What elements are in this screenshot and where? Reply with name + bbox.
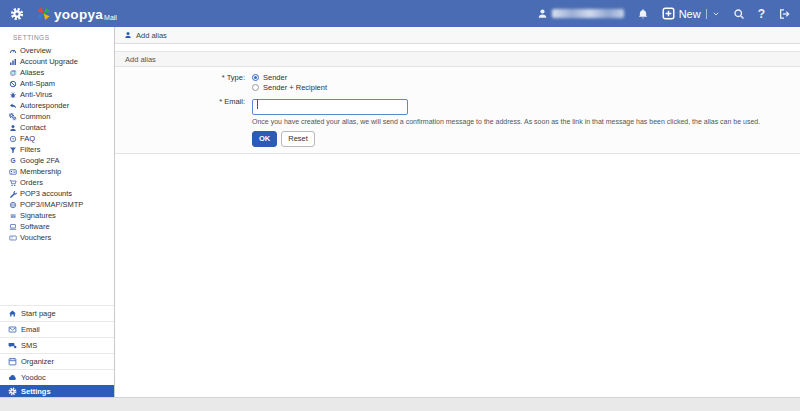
sidebar-item-contact[interactable]: Contact	[0, 122, 114, 133]
user-icon	[537, 8, 548, 19]
sidebar-item-google-2fa[interactable]: Google 2FA	[0, 155, 114, 166]
home-icon	[8, 309, 17, 318]
radio-sender-recipient[interactable]	[252, 84, 259, 91]
sidebar-item-label: Orders	[20, 178, 43, 187]
add-alias-panel: Add alias * Type: SenderSender + Recipie…	[115, 51, 800, 154]
user-icon	[9, 124, 17, 132]
sidebar-item-account-upgrade[interactable]: Account Upgrade	[0, 56, 114, 67]
app-item-settings[interactable]: Settings	[0, 385, 114, 397]
user-email-redacted	[552, 9, 624, 18]
breadcrumb: Add alias	[115, 27, 800, 44]
sidebar-item-membership[interactable]: Membership	[0, 166, 114, 177]
radio-option-sender[interactable]: Sender	[252, 72, 327, 82]
question-icon	[9, 135, 17, 143]
add-alias-form: * Type: SenderSender + Recipient * Email…	[115, 67, 800, 154]
voucher-icon	[9, 234, 17, 242]
sidebar-item-label: Aliases	[20, 68, 44, 77]
calendar-icon	[8, 357, 17, 366]
sidebar-item-pop3-imap-smtp[interactable]: POP3/IMAP/SMTP	[0, 199, 114, 210]
google-icon	[9, 157, 17, 165]
sidebar-item-pop3-accounts[interactable]: POP3 accounts	[0, 188, 114, 199]
sidebar-item-label: Software	[20, 222, 50, 231]
app-item-label: Yoodoc	[21, 373, 46, 382]
bottom-strip	[0, 397, 800, 411]
notifications-bell-icon[interactable]	[637, 8, 649, 20]
email-input[interactable]	[252, 99, 408, 115]
cogs-icon	[9, 113, 17, 121]
sidebar-item-software[interactable]: Software	[0, 221, 114, 232]
cloud-icon	[8, 373, 17, 382]
sidebar-item-label: Signatures	[20, 211, 56, 220]
breadcrumb-label: Add alias	[136, 31, 167, 40]
sidebar-item-label: Vouchers	[20, 233, 51, 242]
gauge-icon	[9, 47, 17, 55]
filter-icon	[9, 146, 17, 154]
apps-nav: Start pageEmailSMSOrganizerYoodocSetting…	[0, 305, 114, 397]
text-caret	[257, 99, 258, 109]
app-item-label: Organizer	[21, 357, 54, 366]
type-options: SenderSender + Recipient	[252, 72, 327, 92]
app-item-label: SMS	[21, 341, 37, 350]
sidebar-item-anti-spam[interactable]: Anti-Spam	[0, 78, 114, 89]
sidebar-item-label: Account Upgrade	[20, 57, 78, 66]
content-area: Add alias Add alias * Type: SenderSender…	[115, 27, 800, 397]
sidebar-item-autoresponder[interactable]: Autoresponder	[0, 100, 114, 111]
sidebar-item-faq[interactable]: FAQ	[0, 133, 114, 144]
sidebar-item-label: Autoresponder	[20, 101, 69, 110]
sidebar-item-orders[interactable]: Orders	[0, 177, 114, 188]
gear-icon	[8, 387, 17, 396]
sidebar-section-title: SETTINGS	[0, 27, 114, 45]
new-button[interactable]: New	[662, 7, 720, 20]
app-logo[interactable]: yoopya Mail	[36, 6, 117, 22]
search-icon[interactable]	[733, 8, 745, 20]
sidebar-item-label: Overview	[20, 46, 51, 55]
account-menu[interactable]	[537, 8, 624, 19]
sidebar-item-common[interactable]: Common	[0, 111, 114, 122]
app-item-start-page[interactable]: Start page	[0, 305, 114, 321]
app-item-organizer[interactable]: Organizer	[0, 353, 114, 369]
logo-text: yoopya	[54, 7, 103, 22]
sidebar-item-label: Membership	[20, 167, 61, 176]
chevron-down-icon[interactable]	[712, 10, 720, 18]
sidebar-item-label: Common	[20, 112, 50, 121]
sidebar-item-label: Anti-Spam	[20, 79, 55, 88]
app-item-sms[interactable]: SMS	[0, 337, 114, 353]
email-label: * Email:	[115, 96, 252, 147]
sidebar-item-aliases[interactable]: Aliases	[0, 67, 114, 78]
wrench-icon	[9, 190, 17, 198]
radio-option-label: Sender + Recipient	[263, 83, 327, 92]
sign-out-icon[interactable]	[778, 8, 790, 20]
help-icon[interactable]: ?	[758, 8, 765, 20]
at-icon	[9, 69, 17, 77]
user-icon	[124, 31, 132, 39]
idcard-icon	[9, 168, 17, 176]
panel-title: Add alias	[115, 51, 800, 67]
radio-option-sender-recipient[interactable]: Sender + Recipient	[252, 82, 327, 92]
reply-icon	[9, 102, 17, 110]
chat-icon	[8, 341, 17, 350]
sidebar-item-anti-virus[interactable]: Anti-Virus	[0, 89, 114, 100]
quote-icon	[9, 212, 17, 220]
sidebar-item-label: Filters	[20, 145, 40, 154]
radio-option-label: Sender	[263, 73, 287, 82]
type-label: * Type:	[115, 72, 252, 92]
envelope-icon	[8, 325, 17, 334]
radio-sender[interactable]	[252, 74, 259, 81]
sidebar-item-signatures[interactable]: Signatures	[0, 210, 114, 221]
logo-suffix: Mail	[104, 14, 117, 21]
bug-icon	[9, 91, 17, 99]
app-item-yoodoc[interactable]: Yoodoc	[0, 369, 114, 385]
top-bar: yoopya Mail New ?	[0, 0, 800, 27]
helper-text: Once you have created your alias, we wil…	[252, 118, 760, 125]
settings-nav: OverviewAccount UpgradeAliasesAnti-SpamA…	[0, 45, 114, 243]
divider	[706, 9, 707, 19]
sidebar-item-filters[interactable]: Filters	[0, 144, 114, 155]
ok-button[interactable]: OK	[252, 131, 277, 147]
sidebar-item-label: FAQ	[20, 134, 35, 143]
sidebar-item-vouchers[interactable]: Vouchers	[0, 232, 114, 243]
app-item-email[interactable]: Email	[0, 321, 114, 337]
app-item-label: Start page	[21, 309, 56, 318]
gear-icon[interactable]	[10, 7, 24, 21]
sidebar-item-overview[interactable]: Overview	[0, 45, 114, 56]
reset-button[interactable]: Reset	[281, 131, 315, 147]
